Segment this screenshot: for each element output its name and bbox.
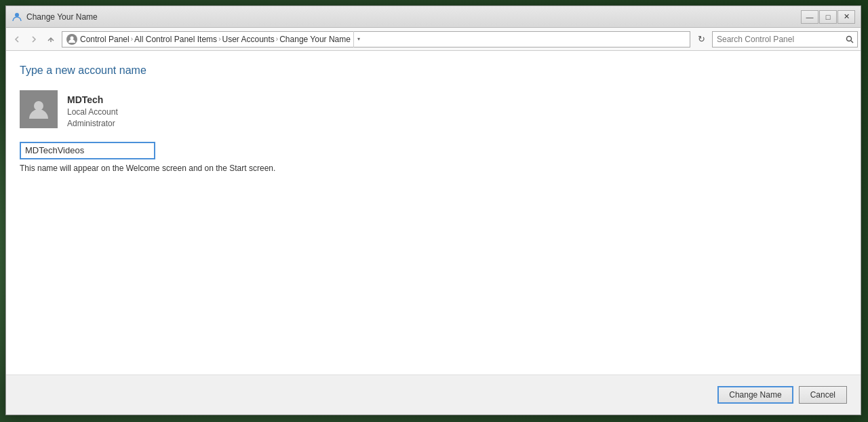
svg-point-2 (71, 36, 74, 39)
refresh-button[interactable]: ↻ (693, 31, 709, 47)
breadcrumb-part2[interactable]: All Control Panel Items (134, 35, 217, 44)
content-inner: Type a new account name MDTech Local Acc… (6, 51, 861, 375)
separator-1: › (131, 35, 133, 43)
user-type-line2: Administrator (67, 118, 118, 130)
user-info: MDTech Local Account Administrator (20, 90, 847, 130)
search-input[interactable] (713, 32, 842, 47)
user-avatar (20, 90, 58, 128)
up-button[interactable] (43, 31, 59, 47)
window-title: Change Your Name (26, 12, 801, 22)
main-window: Change Your Name — □ ✕ (5, 5, 861, 415)
path-icon (66, 34, 77, 45)
user-name: MDTech (67, 94, 118, 105)
nav-buttons (9, 31, 59, 47)
page-title: Type a new account name (20, 64, 847, 77)
separator-3: › (276, 35, 278, 43)
maximize-button[interactable]: □ (819, 10, 837, 24)
name-input-wrapper (20, 142, 847, 159)
back-button[interactable] (9, 31, 25, 47)
separator-2: › (218, 35, 220, 43)
minimize-button[interactable]: — (801, 10, 818, 24)
breadcrumb-part1[interactable]: Control Panel (80, 35, 130, 44)
change-name-button[interactable]: Change Name (717, 386, 793, 404)
search-box (712, 31, 858, 47)
title-bar: Change Your Name — □ ✕ (6, 6, 861, 28)
svg-point-0 (15, 13, 19, 17)
user-details: MDTech Local Account Administrator (67, 90, 118, 130)
address-path[interactable]: Control Panel › All Control Panel Items … (62, 31, 690, 47)
breadcrumb: Control Panel › All Control Panel Items … (80, 35, 351, 44)
path-dropdown-button[interactable]: ▾ (353, 31, 364, 47)
breadcrumb-part3[interactable]: User Accounts (222, 35, 274, 44)
hint-text: This name will appear on the Welcome scr… (20, 164, 847, 173)
close-button[interactable]: ✕ (837, 10, 855, 24)
svg-line-4 (851, 41, 853, 43)
user-type-line1: Local Account (67, 107, 118, 118)
window-icon (12, 12, 22, 22)
search-button[interactable] (842, 32, 857, 47)
svg-point-3 (847, 36, 852, 41)
window-controls: — □ ✕ (801, 10, 855, 24)
content-area: Type a new account name MDTech Local Acc… (6, 51, 861, 415)
forward-button[interactable] (26, 31, 42, 47)
cancel-button[interactable]: Cancel (799, 386, 847, 404)
button-area: Change Name Cancel (6, 375, 861, 415)
svg-point-5 (34, 101, 43, 111)
address-bar: Control Panel › All Control Panel Items … (6, 28, 861, 51)
new-name-input[interactable] (20, 142, 155, 159)
breadcrumb-part4[interactable]: Change Your Name (279, 35, 351, 44)
